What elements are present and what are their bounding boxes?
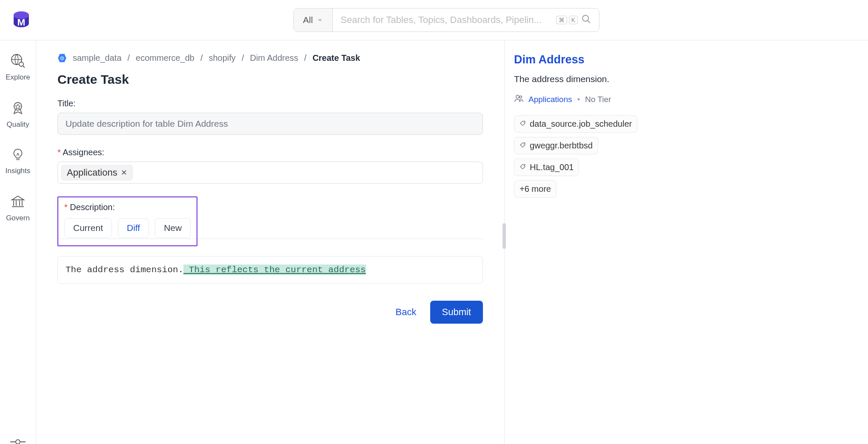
search-icon[interactable]: [581, 14, 591, 26]
svg-point-6: [19, 62, 23, 66]
kbd-meta: ⌘: [556, 16, 567, 24]
owner-row: Applications • No Tier: [514, 94, 640, 105]
breadcrumb-item[interactable]: shopify: [209, 53, 236, 63]
scrollbar-handle[interactable]: [503, 223, 506, 249]
diff-view: The address dimension. This reflects the…: [57, 256, 483, 284]
search-input[interactable]: [333, 9, 556, 31]
breadcrumb-sep: /: [200, 53, 203, 63]
diff-original-text: The address dimension.: [66, 265, 183, 275]
sidebar-item-explore[interactable]: Explore: [0, 53, 36, 82]
svg-point-16: [16, 440, 20, 444]
breadcrumb-item[interactable]: ecommerce_db: [136, 53, 194, 63]
search-shortcut: ⌘ K: [556, 16, 578, 24]
diff-added-text: This reflects the current address: [183, 265, 365, 275]
page-title: Create Task: [57, 72, 483, 87]
breadcrumb-item[interactable]: Dim Address: [250, 53, 298, 63]
tag-label: gweggr.berbtbsd: [530, 141, 593, 151]
svg-point-3: [582, 15, 588, 21]
left-sidebar: Explore Quality Insights Govern: [0, 40, 36, 444]
assignee-chip-label: Applications: [67, 167, 117, 178]
sidebar-item-more[interactable]: [0, 438, 36, 444]
title-input[interactable]: [57, 113, 483, 135]
description-tabs: Current Diff New: [64, 218, 191, 238]
breadcrumb-sep: /: [304, 53, 307, 63]
svg-line-7: [23, 66, 25, 68]
right-panel: Dim Address The address dimension. Appli…: [504, 40, 649, 444]
back-button[interactable]: Back: [396, 307, 417, 318]
breadcrumb-current: Create Task: [312, 53, 360, 63]
svg-point-18: [62, 58, 63, 59]
tag-label: data_source.job_scheduler: [530, 119, 632, 129]
search-category-dropdown[interactable]: All: [294, 9, 333, 31]
svg-point-22: [524, 143, 525, 144]
assignees-input[interactable]: Applications ✕: [57, 162, 483, 184]
tab-current[interactable]: Current: [64, 218, 112, 238]
app-logo: M: [9, 8, 33, 32]
search-category-label: All: [303, 15, 313, 25]
tag-icon: [520, 141, 526, 151]
badge-icon: [10, 100, 26, 118]
svg-line-4: [588, 20, 590, 23]
sidebar-label: Govern: [6, 214, 30, 222]
tag-pill[interactable]: gweggr.berbtbsd: [514, 137, 598, 154]
global-search: All ⌘ K: [293, 8, 600, 32]
tab-diff[interactable]: Diff: [118, 218, 149, 238]
breadcrumb-sep: /: [242, 53, 244, 63]
breadcrumb-sep: /: [128, 53, 130, 63]
logo-icon: M: [10, 9, 32, 31]
tag-icon: [520, 119, 526, 129]
svg-point-23: [524, 165, 525, 166]
chevron-down-icon: [317, 17, 323, 23]
entity-title[interactable]: Dim Address: [514, 53, 640, 66]
sidebar-item-insights[interactable]: Insights: [0, 148, 36, 175]
close-icon[interactable]: ✕: [121, 168, 127, 177]
tag-pill[interactable]: data_source.job_scheduler: [514, 115, 637, 133]
title-label: Title:: [57, 99, 483, 108]
sidebar-item-quality[interactable]: Quality: [0, 100, 36, 129]
sidebar-label: Insights: [6, 167, 31, 175]
sidebar-label: Explore: [6, 73, 30, 82]
svg-text:M: M: [17, 17, 26, 28]
users-icon: [514, 94, 523, 105]
description-label: Description:: [64, 202, 191, 212]
assignees-label: Assignees:: [57, 148, 483, 157]
tag-label: HL.tag_001: [530, 162, 574, 172]
owner-link[interactable]: Applications: [528, 95, 572, 104]
bulb-icon: [11, 148, 25, 164]
submit-button[interactable]: Submit: [430, 301, 483, 324]
sidebar-label: Quality: [7, 120, 29, 129]
tag-icon: [520, 162, 526, 172]
app-header: M All ⌘ K: [0, 0, 868, 40]
main-content: sample_data / ecommerce_db / shopify / D…: [36, 40, 504, 444]
service-icon: [57, 54, 67, 63]
tag-pill[interactable]: HL.tag_001: [514, 159, 579, 176]
description-section-highlight: Description: Current Diff New: [57, 196, 197, 246]
assignee-chip: Applications ✕: [61, 165, 133, 180]
form-actions: Back Submit: [57, 301, 483, 324]
sidebar-item-govern[interactable]: Govern: [0, 194, 36, 222]
svg-point-19: [516, 95, 519, 98]
node-icon: [9, 438, 26, 444]
breadcrumb-item[interactable]: sample_data: [73, 53, 122, 63]
tab-new[interactable]: New: [155, 218, 191, 238]
breadcrumb: sample_data / ecommerce_db / shopify / D…: [57, 53, 483, 63]
govern-icon: [10, 194, 26, 211]
entity-description: The address dimension.: [514, 74, 640, 84]
svg-point-20: [520, 96, 522, 99]
globe-search-icon: [10, 53, 26, 71]
separator-dot: •: [577, 95, 580, 104]
more-tags-button[interactable]: +6 more: [514, 180, 557, 198]
kbd-key: K: [569, 16, 578, 24]
tier-label: No Tier: [585, 95, 611, 104]
tags-section: data_source.job_scheduler gweggr.berbtbs…: [514, 115, 640, 198]
svg-point-21: [524, 122, 525, 122]
